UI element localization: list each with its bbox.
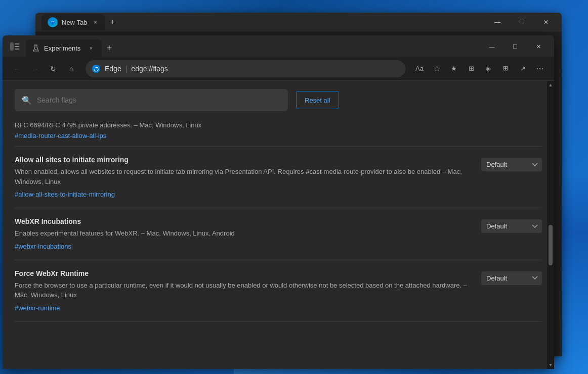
back-icon: ←	[13, 65, 20, 73]
flag-control-webxr-incubations: Default Enabled Disabled	[481, 217, 542, 233]
add-favorites-icon: ☆	[434, 64, 440, 73]
flag-item-mirroring: Allow all sites to initiate mirroring Wh…	[15, 147, 542, 208]
add-favorites-button[interactable]: ☆	[429, 61, 445, 77]
scrollbar-thumb[interactable]	[549, 225, 553, 265]
experiments-tab[interactable]: Experiments ×	[26, 39, 102, 57]
bg-tab-close[interactable]: ×	[91, 18, 99, 26]
flag-title-webxr-incubations: WebXR Incubations	[15, 217, 473, 225]
flag-desc-webxr-incubations: Enables experimental features for WebXR.…	[15, 228, 473, 239]
flag-item-webxr-runtime: Force WebXr Runtime Force the browser to…	[15, 260, 542, 322]
flag-link-webxr-incubations[interactable]: #webxr-incubations	[15, 243, 71, 250]
flag-link-webxr-runtime[interactable]: #webxr-runtime	[15, 304, 60, 312]
navigation-bar: ← → ↻ ⌂ Edge | edge://flags Aa	[3, 57, 554, 81]
svg-rect-2	[15, 43, 19, 44]
home-icon: ⌂	[69, 65, 73, 73]
share-button[interactable]: ↗	[515, 61, 531, 77]
scrollbar-track[interactable]	[547, 89, 554, 361]
flag-info-webxr-runtime: Force WebXr Runtime Force the browser to…	[15, 269, 473, 312]
refresh-button[interactable]: ↻	[45, 61, 61, 77]
search-flags-input[interactable]	[37, 96, 281, 104]
flag-info-webxr-incubations: WebXR Incubations Enables experimental f…	[15, 217, 473, 251]
truncated-flag-desc: RFC 6694/RFC 4795 private addresses. – M…	[15, 121, 542, 129]
flag-desc-webxr-runtime: Force the browser to use a particular ru…	[15, 280, 473, 300]
window-controls: — ☐ ✕	[480, 38, 550, 55]
favorites-button[interactable]: ★	[446, 61, 462, 77]
bg-tab-label: New Tab	[62, 19, 87, 26]
bg-maximize-button[interactable]: ☐	[510, 14, 533, 30]
close-button[interactable]: ✕	[527, 38, 550, 55]
scrollbar-down-arrow[interactable]: ▼	[547, 361, 554, 369]
shield-icon: ⛨	[502, 65, 509, 72]
bg-minimize-button[interactable]: —	[486, 14, 509, 30]
collections-icon: ⊞	[469, 65, 474, 72]
svg-rect-1	[10, 42, 14, 51]
bg-titlebar: New Tab × + — ☐ ✕	[35, 13, 562, 32]
address-bar[interactable]: Edge | edge://flags	[86, 60, 405, 77]
flag-link-mirroring[interactable]: #allow-all-sites-to-initiate-mirroring	[15, 191, 115, 198]
forward-icon: →	[31, 65, 38, 73]
content-area: 🔍 Reset all RFC 6694/RFC 4795 private ad…	[3, 81, 554, 369]
new-tab-button[interactable]: +	[102, 40, 117, 56]
reset-all-button[interactable]: Reset all	[296, 91, 339, 109]
back-button[interactable]: ←	[9, 61, 25, 77]
flag-select-webxr-incubations[interactable]: Default Enabled Disabled	[481, 219, 542, 233]
address-divider: |	[125, 65, 128, 73]
search-input-wrap[interactable]: 🔍	[15, 89, 288, 111]
bg-tab-add[interactable]: +	[105, 15, 119, 29]
flag-select-mirroring[interactable]: Default Enabled Disabled	[481, 158, 542, 171]
flag-info-mirroring: Allow all sites to initiate mirroring Wh…	[15, 156, 473, 199]
search-icon: 🔍	[22, 96, 32, 105]
wallet-icon: ◈	[486, 65, 491, 72]
wallet-button[interactable]: ◈	[480, 61, 496, 77]
svg-rect-3	[15, 46, 19, 47]
flags-list: RFC 6694/RFC 4795 private addresses. – M…	[3, 117, 554, 322]
more-options-button[interactable]: ···	[532, 61, 548, 77]
flag-control-webxr-runtime: Default Enabled Disabled	[481, 269, 542, 285]
experiments-tab-icon	[32, 44, 40, 52]
tab-bar: Experiments × + — ☐ ✕	[3, 35, 554, 57]
minimize-button[interactable]: —	[480, 38, 503, 55]
svg-point-5	[35, 49, 36, 50]
address-url: edge://flags	[131, 65, 167, 73]
shield-button[interactable]: ⛨	[497, 61, 514, 77]
scrollbar[interactable]: ▲ ▼	[547, 81, 554, 369]
more-icon: ···	[536, 63, 543, 74]
collections-button[interactable]: ⊞	[463, 61, 479, 77]
flag-control-mirroring: Default Enabled Disabled	[481, 156, 542, 171]
experiments-tab-close[interactable]: ×	[87, 43, 96, 53]
flags-page: 🔍 Reset all RFC 6694/RFC 4795 private ad…	[3, 81, 554, 369]
new-tab-icon	[48, 17, 58, 27]
edge-logo-icon	[92, 64, 101, 73]
search-bar-area: 🔍 Reset all	[3, 81, 554, 117]
svg-rect-4	[15, 49, 19, 50]
read-aloud-icon: Aa	[415, 65, 424, 72]
flag-title-webxr-runtime: Force WebXr Runtime	[15, 269, 473, 277]
favorites-icon: ★	[451, 65, 457, 72]
truncated-flag-link[interactable]: #media-router-cast-allow-all-ips	[15, 132, 106, 139]
truncated-flag-item: RFC 6694/RFC 4795 private addresses. – M…	[15, 117, 542, 147]
bg-new-tab[interactable]: New Tab ×	[41, 14, 105, 30]
share-icon: ↗	[520, 65, 526, 72]
refresh-icon: ↻	[50, 65, 56, 73]
sidebar-toggle-button[interactable]	[7, 38, 23, 55]
flag-select-webxr-runtime[interactable]: Default Enabled Disabled	[481, 271, 542, 285]
experiments-tab-title: Experiments	[44, 44, 82, 52]
flag-item-webxr-incubations: WebXR Incubations Enables experimental f…	[15, 208, 542, 260]
toolbar-buttons: Aa ☆ ★ ⊞ ◈ ⛨ ↗ ···	[411, 61, 548, 77]
read-aloud-button[interactable]: Aa	[411, 61, 428, 77]
main-browser-window: Experiments × + — ☐ ✕ ← → ↻ ⌂	[3, 35, 554, 369]
browser-brand-label: Edge	[105, 65, 121, 73]
forward-button[interactable]: →	[27, 61, 43, 77]
flag-desc-mirroring: When enabled, allows all websites to req…	[15, 167, 473, 186]
flag-title-mirroring: Allow all sites to initiate mirroring	[15, 156, 473, 164]
maximize-button[interactable]: ☐	[503, 38, 527, 55]
scrollbar-up-arrow[interactable]: ▲	[547, 81, 554, 89]
home-button[interactable]: ⌂	[63, 61, 79, 77]
bg-close-button[interactable]: ✕	[534, 14, 558, 30]
bg-window-controls: — ☐ ✕	[486, 14, 558, 30]
